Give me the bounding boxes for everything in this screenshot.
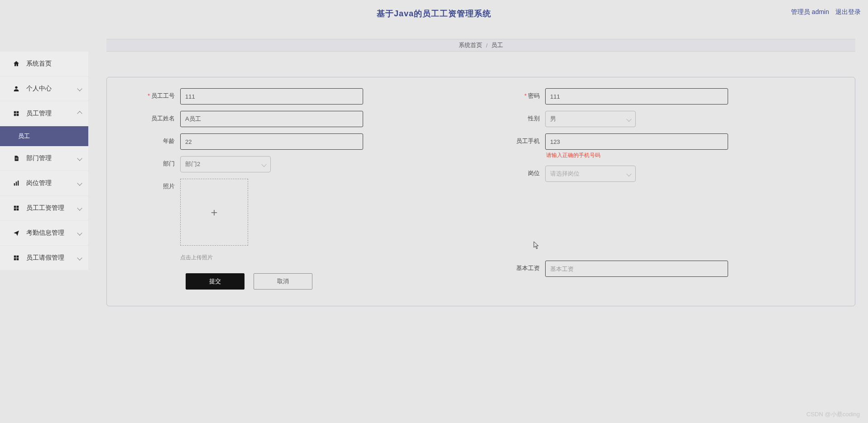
svg-rect-14 xyxy=(14,256,16,258)
photo-upload[interactable]: ＋ xyxy=(180,179,248,246)
password-input[interactable] xyxy=(545,88,728,105)
gender-select[interactable]: 男 xyxy=(545,111,636,127)
svg-point-0 xyxy=(15,86,17,89)
label-base-salary: 基本工资 xyxy=(486,261,545,272)
svg-rect-13 xyxy=(17,209,19,211)
watermark: CSDN @小蔡coding xyxy=(806,410,860,418)
position-select[interactable]: 请选择岗位 xyxy=(545,166,636,182)
chevron-down-icon xyxy=(77,156,82,161)
breadcrumb-current: 员工 xyxy=(491,41,503,49)
sidebar-item-attendance-mgmt[interactable]: 考勤信息管理 xyxy=(0,221,88,245)
svg-rect-17 xyxy=(17,258,19,261)
sidebar-sub-employee[interactable]: 员工 xyxy=(0,126,88,146)
send-icon xyxy=(12,230,21,236)
sidebar: 系统首页 个人中心 员工管理 员工 部门管理 xyxy=(0,27,88,306)
sidebar-item-label: 系统首页 xyxy=(26,60,52,68)
app-title: 基于Java的员工工资管理系统 xyxy=(377,8,491,19)
sidebar-item-employee-mgmt[interactable]: 员工管理 xyxy=(0,101,88,126)
submit-button[interactable]: 提交 xyxy=(186,273,245,290)
chevron-up-icon xyxy=(77,111,82,116)
grid-icon xyxy=(12,255,21,261)
chevron-down-icon xyxy=(77,86,82,91)
gender-select-value: 男 xyxy=(550,115,556,123)
svg-rect-12 xyxy=(14,209,16,211)
sidebar-item-label: 员工工资管理 xyxy=(26,204,64,212)
svg-rect-6 xyxy=(15,159,18,159)
employee-form-card: *员工工号 员工姓名 年龄 xyxy=(106,77,855,306)
svg-rect-1 xyxy=(14,111,16,114)
breadcrumb-home[interactable]: 系统首页 xyxy=(459,41,482,49)
label-gender: 性别 xyxy=(486,111,545,123)
phone-input[interactable] xyxy=(545,133,728,150)
base-salary-input[interactable] xyxy=(545,261,728,277)
chevron-down-icon xyxy=(77,206,82,210)
chevron-down-icon xyxy=(77,231,82,235)
label-emp-id: *员工工号 xyxy=(121,88,180,100)
file-icon xyxy=(12,155,21,162)
position-select-placeholder: 请选择岗位 xyxy=(550,170,580,178)
sidebar-item-label: 考勤信息管理 xyxy=(26,229,64,237)
plus-icon: ＋ xyxy=(209,207,220,218)
sidebar-item-label: 个人中心 xyxy=(26,85,52,93)
label-age: 年龄 xyxy=(121,133,180,145)
emp-name-input[interactable] xyxy=(180,111,363,127)
sidebar-item-personal[interactable]: 个人中心 xyxy=(0,76,88,101)
dept-select[interactable]: 部门2 xyxy=(180,156,271,172)
emp-id-input[interactable] xyxy=(180,88,363,105)
chevron-down-icon xyxy=(77,181,82,185)
phone-error-message: 请输入正确的手机号码 xyxy=(546,152,728,159)
admin-link[interactable]: 管理员 admin xyxy=(791,8,829,16)
sidebar-item-position-mgmt[interactable]: 岗位管理 xyxy=(0,171,88,195)
app-header: 基于Java的员工工资管理系统 管理员 admin 退出登录 xyxy=(0,0,868,27)
header-user-area: 管理员 admin 退出登录 xyxy=(791,8,861,16)
svg-rect-5 xyxy=(15,158,18,158)
sidebar-item-home[interactable]: 系统首页 xyxy=(0,52,88,76)
dept-select-value: 部门2 xyxy=(185,160,200,168)
svg-rect-9 xyxy=(18,181,19,185)
label-dept: 部门 xyxy=(121,156,180,168)
sidebar-item-dept-mgmt[interactable]: 部门管理 xyxy=(0,146,88,171)
sidebar-item-label: 岗位管理 xyxy=(26,179,52,187)
age-input[interactable] xyxy=(180,133,363,150)
svg-rect-2 xyxy=(17,111,19,114)
svg-rect-7 xyxy=(14,183,15,185)
person-icon xyxy=(12,85,21,92)
grid-icon xyxy=(12,110,21,117)
logout-link[interactable]: 退出登录 xyxy=(835,8,861,16)
breadcrumb-separator: / xyxy=(486,42,488,49)
sidebar-item-label: 员工管理 xyxy=(26,109,52,118)
grid-icon xyxy=(12,205,21,211)
photo-upload-hint: 点击上传照片 xyxy=(180,254,248,261)
label-emp-name: 员工姓名 xyxy=(121,111,180,123)
main-content: 系统首页 / 员工 *员工工号 员工姓名 xyxy=(88,27,868,306)
sidebar-item-salary-mgmt[interactable]: 员工工资管理 xyxy=(0,196,88,220)
breadcrumb: 系统首页 / 员工 xyxy=(106,39,855,52)
svg-rect-10 xyxy=(14,206,16,208)
svg-rect-8 xyxy=(16,182,17,186)
chevron-down-icon xyxy=(262,161,266,168)
label-phone: 员工手机 xyxy=(486,133,545,145)
sidebar-item-label: 部门管理 xyxy=(26,154,52,162)
svg-rect-3 xyxy=(14,114,16,116)
sidebar-item-leave-mgmt[interactable]: 员工请假管理 xyxy=(0,246,88,270)
svg-rect-15 xyxy=(17,256,19,258)
chevron-down-icon xyxy=(627,116,631,123)
sidebar-item-label: 员工请假管理 xyxy=(26,254,64,262)
svg-rect-11 xyxy=(17,206,19,208)
home-icon xyxy=(12,60,21,67)
sidebar-sub-label: 员工 xyxy=(18,132,30,140)
chevron-down-icon xyxy=(77,256,82,260)
svg-rect-4 xyxy=(17,114,19,116)
label-password: *密码 xyxy=(486,88,545,100)
label-position: 岗位 xyxy=(486,166,545,177)
cancel-button[interactable]: 取消 xyxy=(254,273,312,290)
svg-rect-16 xyxy=(14,258,16,261)
bars-icon xyxy=(12,180,21,186)
label-photo: 照片 xyxy=(121,179,180,190)
chevron-down-icon xyxy=(627,171,631,177)
